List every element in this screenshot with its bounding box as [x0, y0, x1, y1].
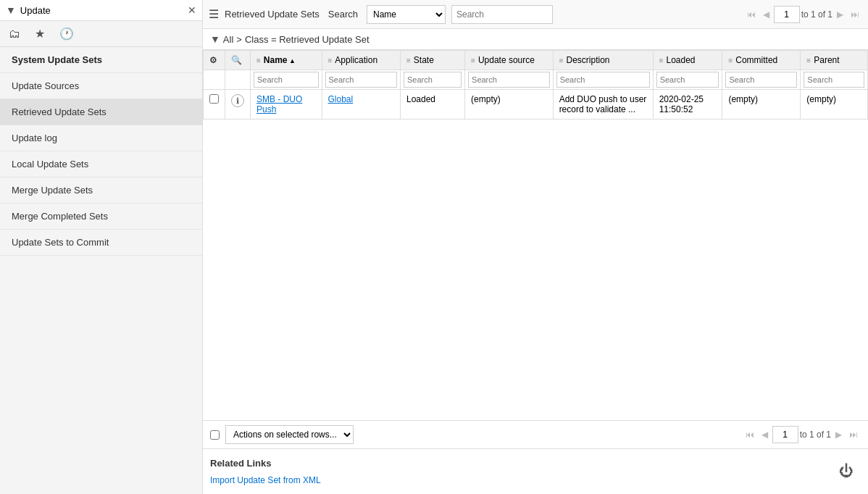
inbox-icon[interactable]: 🗂: [9, 28, 20, 41]
row-info-cell: ℹ: [225, 90, 251, 120]
breadcrumb-current: Class = Retrieved Update Set: [245, 34, 370, 45]
gear-icon: ⚙: [209, 55, 217, 65]
sidebar-item-system-update-sets[interactable]: System Update Sets: [0, 47, 202, 73]
col-label-parent: Parent: [814, 55, 839, 65]
last-page-button[interactable]: ⏭: [848, 8, 862, 21]
row-checkbox[interactable]: [209, 94, 219, 104]
history-icon[interactable]: 🕐: [59, 27, 74, 41]
row-application-link[interactable]: Global: [328, 94, 354, 104]
bottom-first-page-button[interactable]: ⏮: [743, 428, 757, 441]
sidebar-item-retrieved-update-sets[interactable]: Retrieved Update Sets: [0, 99, 202, 125]
search-update-source-input[interactable]: [468, 72, 550, 88]
import-update-set-link[interactable]: Import Update Set from XML: [210, 475, 321, 485]
search-name-input[interactable]: [254, 72, 319, 88]
info-button[interactable]: ℹ: [231, 94, 244, 107]
th-search[interactable]: 🔍: [225, 51, 251, 70]
power-icon[interactable]: ⏻: [839, 463, 854, 480]
table-row: ℹ SMB - DUO Push Global Loaded (empty): [204, 90, 868, 120]
sidebar-item-merge-update-sets[interactable]: Merge Update Sets: [0, 177, 202, 204]
row-name-cell: SMB - DUO Push: [251, 90, 322, 120]
row-loaded-cell: 2020-02-25 11:50:52: [653, 90, 722, 120]
search-parent-input[interactable]: [804, 72, 864, 88]
col-menu-icon-committed: ≡: [728, 56, 733, 64]
th-application[interactable]: ≡ Application: [322, 51, 400, 70]
row-parent-value: (empty): [806, 94, 836, 104]
search-state-input[interactable]: [404, 72, 462, 88]
table-search-row: [204, 70, 868, 90]
col-menu-icon-loaded: ≡: [659, 56, 664, 64]
row-update-source-cell: (empty): [465, 90, 554, 120]
th-search-update-source: [465, 70, 554, 90]
data-table: ⚙ 🔍 ≡ Name ≡ Application: [203, 50, 868, 120]
row-checkbox-cell: [204, 90, 225, 120]
actions-select[interactable]: Actions on selected rows...: [225, 425, 354, 444]
topbar: ☰ Retrieved Update Sets Search Name Appl…: [203, 0, 868, 29]
bottom-page-total: to 1 of 1: [800, 430, 831, 440]
th-search-application: [322, 70, 400, 90]
search-committed-input[interactable]: [725, 72, 797, 88]
clear-icon[interactable]: ✕: [188, 4, 196, 16]
col-menu-icon-name: ≡: [256, 56, 261, 64]
th-state[interactable]: ≡ State: [400, 51, 464, 70]
topbar-search-input[interactable]: [451, 5, 553, 24]
prev-page-button[interactable]: ◀: [760, 8, 772, 21]
row-parent-cell: (empty): [801, 90, 868, 120]
select-all-checkbox[interactable]: [210, 430, 220, 440]
col-label-update-source: Update source: [478, 55, 535, 65]
breadcrumb-filter-icon: ▼: [210, 33, 220, 45]
th-search-name: [251, 70, 322, 90]
th-name[interactable]: ≡ Name: [251, 51, 322, 70]
sidebar-item-update-sets-to-commit[interactable]: Update Sets to Commit: [0, 230, 202, 256]
search-loaded-input[interactable]: [656, 72, 719, 88]
th-search-checkbox: [204, 70, 225, 90]
th-update-source[interactable]: ≡ Update source: [465, 51, 554, 70]
topbar-title: Retrieved Update Sets: [225, 9, 320, 20]
search-description-input[interactable]: [556, 72, 650, 88]
bottom-bar: Actions on selected rows... ⏮ ◀ to 1 of …: [203, 420, 868, 448]
row-application-cell: Global: [322, 90, 400, 120]
col-menu-icon-parent: ≡: [806, 56, 811, 64]
sidebar-item-merge-completed-sets[interactable]: Merge Completed Sets: [0, 204, 202, 230]
th-settings[interactable]: ⚙: [204, 51, 225, 70]
th-committed[interactable]: ≡ Committed: [722, 51, 801, 70]
row-update-source-value: (empty): [471, 94, 501, 104]
first-page-button[interactable]: ⏮: [744, 8, 759, 21]
th-loaded[interactable]: ≡ Loaded: [653, 51, 722, 70]
topbar-pagination: ⏮ ◀ to 1 of 1 ▶ ⏭: [744, 6, 862, 23]
th-parent[interactable]: ≡ Parent: [801, 51, 868, 70]
row-committed-value: (empty): [728, 94, 758, 104]
sidebar-item-local-update-sets[interactable]: Local Update Sets: [0, 151, 202, 177]
breadcrumb-all[interactable]: All: [223, 34, 233, 45]
col-label-committed: Committed: [735, 55, 777, 65]
sidebar-search-input[interactable]: Update: [20, 5, 188, 16]
col-menu-icon-update-source: ≡: [471, 56, 475, 64]
sidebar-icon-row: 🗂 ★ 🕐: [0, 21, 202, 47]
th-search-parent: [801, 70, 868, 90]
menu-icon[interactable]: ☰: [209, 7, 219, 21]
row-description-cell: Add DUO push to user record to validate …: [553, 90, 653, 120]
col-menu-icon-description: ≡: [559, 56, 564, 64]
search-icon: 🔍: [231, 55, 242, 65]
bottom-prev-page-button[interactable]: ◀: [759, 428, 771, 441]
star-icon[interactable]: ★: [35, 27, 45, 41]
bottom-last-page-button[interactable]: ⏭: [846, 428, 861, 441]
page-number-input[interactable]: [774, 6, 800, 23]
row-loaded-value: 2020-02-25 11:50:52: [659, 94, 704, 114]
bottom-page-input[interactable]: [772, 426, 798, 443]
th-search-description: [553, 70, 653, 90]
table-wrapper: ⚙ 🔍 ≡ Name ≡ Application: [203, 50, 868, 420]
sidebar-item-update-sources[interactable]: Update Sources: [0, 73, 202, 99]
row-name-link[interactable]: SMB - DUO Push: [256, 94, 302, 114]
th-search-loaded: [653, 70, 722, 90]
search-application-input[interactable]: [325, 72, 397, 88]
next-page-button[interactable]: ▶: [834, 8, 846, 21]
sidebar-item-update-log[interactable]: Update log: [0, 125, 202, 151]
col-label-description: Description: [566, 55, 609, 65]
th-description[interactable]: ≡ Description: [553, 51, 653, 70]
main-content: ☰ Retrieved Update Sets Search Name Appl…: [203, 0, 868, 494]
bottom-next-page-button[interactable]: ▶: [832, 428, 845, 441]
row-state-value: Loaded: [406, 94, 435, 104]
topbar-search-field-select[interactable]: Name Application State Update source Des…: [367, 5, 446, 24]
topbar-search-label: Search: [328, 9, 358, 20]
th-search-state: [400, 70, 464, 90]
